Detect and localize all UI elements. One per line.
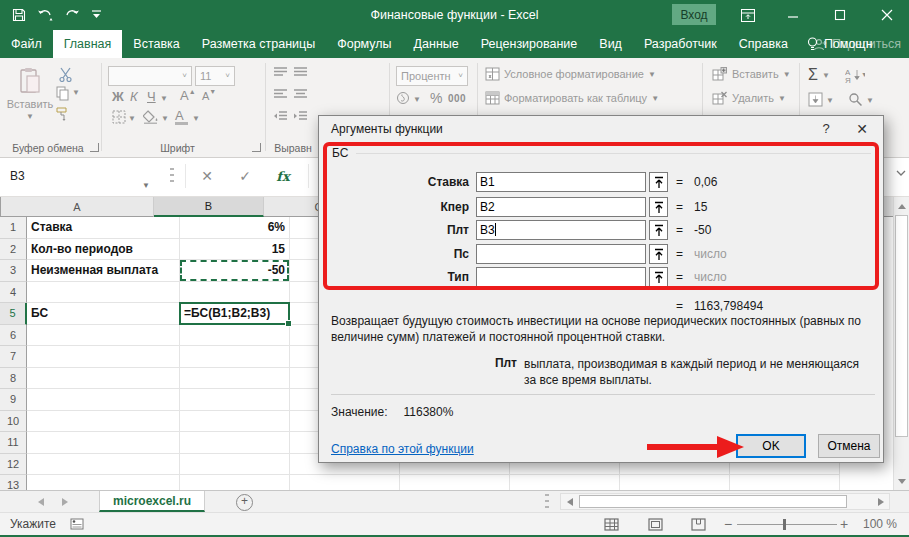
collapse-dialog-icon[interactable] [649, 197, 668, 217]
align-left-icon[interactable] [274, 89, 287, 99]
cell-A9[interactable] [27, 389, 180, 411]
paste-dropdown-arrow[interactable]: ▼ [6, 112, 54, 121]
new-sheet-button[interactable]: + [236, 494, 253, 511]
zoom-in-icon[interactable]: + [840, 513, 848, 535]
maximize-button[interactable] [823, 0, 857, 30]
ribbon-tab-0[interactable]: Главная [53, 30, 123, 58]
format-as-table-icon[interactable] [485, 91, 500, 105]
cell-A10[interactable] [27, 411, 180, 433]
ok-button[interactable]: OK [736, 434, 806, 458]
delete-cells-button[interactable]: Удалить▼ [732, 92, 786, 104]
cell-A6[interactable] [27, 325, 180, 347]
cell-A7[interactable] [27, 346, 180, 368]
paste-button[interactable]: Вставить ▼ [6, 65, 54, 137]
name-box-dropdown-arrow[interactable]: ▼ [142, 172, 150, 200]
conditional-formatting-button[interactable]: Условное форматирование▼ [504, 68, 656, 80]
arg-input-kper[interactable]: B2 [476, 197, 646, 217]
shrink-font-button[interactable]: А▼ [202, 88, 216, 102]
underline-dropdown-arrow[interactable]: ▼ [160, 94, 168, 103]
align-middle-icon[interactable] [294, 67, 307, 77]
grow-font-button[interactable]: А▲ [180, 88, 196, 103]
cancel-button[interactable]: Отмена [818, 434, 880, 458]
cell-A4[interactable] [27, 282, 180, 304]
col-header-A[interactable]: A [1, 197, 154, 217]
cell-B12[interactable] [180, 454, 290, 476]
formula-bar-grip[interactable] [170, 168, 174, 186]
font-name-combo[interactable]: ˅ [108, 66, 192, 86]
fill-color-dropdown-arrow[interactable]: ▼ [161, 114, 169, 123]
insert-cells-icon[interactable] [712, 67, 727, 81]
fill-down-icon[interactable] [808, 92, 823, 107]
row-header-8[interactable]: 8 [0, 368, 27, 390]
row-header-2[interactable]: 2 [0, 239, 27, 261]
cell-F13[interactable] [620, 475, 730, 490]
horizontal-scrollbar[interactable] [560, 493, 890, 510]
scroll-left-icon[interactable] [561, 494, 578, 509]
delete-cells-icon[interactable] [712, 91, 727, 105]
cell-A11[interactable] [27, 432, 180, 454]
arg-input-tip[interactable] [476, 267, 646, 287]
borders-dropdown-arrow[interactable]: ▼ [128, 114, 136, 123]
row-header-5[interactable]: 5 [0, 303, 27, 325]
cell-A12[interactable] [27, 454, 180, 476]
cell-C13[interactable] [290, 475, 400, 490]
clipboard-dialog-launcher[interactable] [90, 143, 99, 152]
cell-B9[interactable] [180, 389, 290, 411]
select-all-corner[interactable] [0, 197, 1, 217]
ribbon-tab-6[interactable]: Вид [588, 30, 633, 58]
row-header-7[interactable]: 7 [0, 346, 27, 368]
zoom-level[interactable]: 100 % [863, 513, 897, 535]
row-header-3[interactable]: 3 [0, 260, 27, 282]
zoom-out-icon[interactable]: − [724, 513, 732, 535]
fill-dropdown-arrow[interactable]: ▼ [826, 96, 834, 105]
cut-icon[interactable] [58, 67, 74, 82]
ribbon-tab-file[interactable]: Файл [0, 30, 53, 58]
copy-dropdown-arrow[interactable]: ▼ [72, 88, 80, 97]
tab-scroll-grip[interactable] [545, 494, 549, 509]
ribbon-tab-2[interactable]: Разметка страницы [191, 30, 326, 58]
font-color-dropdown-arrow[interactable]: ▼ [192, 114, 200, 123]
row-header-4[interactable]: 4 [0, 282, 27, 304]
next-sheet-icon[interactable] [62, 498, 68, 506]
sign-in-button[interactable]: Вход [672, 4, 716, 25]
cell-A5[interactable]: БС [27, 303, 180, 325]
page-layout-view-icon[interactable] [648, 518, 663, 531]
row-header-13[interactable]: 13 [0, 475, 27, 490]
borders-icon[interactable] [112, 110, 126, 124]
expand-formula-bar-icon[interactable] [896, 170, 906, 176]
vertical-scroll-thumb[interactable] [895, 215, 908, 437]
number-format-combo[interactable]: Процентн˅ [396, 66, 468, 86]
zoom-slider-thumb[interactable] [783, 519, 786, 530]
zoom-slider[interactable] [737, 524, 837, 525]
horizontal-scroll-thumb[interactable] [579, 495, 847, 508]
sheet-tab-active[interactable]: microexcel.ru [99, 491, 205, 512]
cell-B10[interactable] [180, 411, 290, 433]
confirm-entry-icon[interactable]: ✓ [228, 162, 262, 190]
conditional-formatting-icon[interactable] [485, 67, 500, 81]
row-header-1[interactable]: 1 [0, 217, 27, 239]
dialog-close-icon[interactable]: ✕ [849, 119, 875, 139]
comma-style-button[interactable]: 000 [448, 93, 466, 104]
font-color-icon[interactable]: А [175, 108, 188, 125]
page-break-view-icon[interactable] [691, 518, 706, 531]
align-center-icon[interactable] [294, 89, 307, 99]
format-as-table-button[interactable]: Форматировать как таблицу▼ [504, 92, 659, 104]
cell-B3[interactable]: -50 [180, 260, 290, 282]
fill-color-icon[interactable] [143, 110, 159, 124]
ribbon-tab-7[interactable]: Разработчик [633, 30, 728, 58]
minimize-button[interactable] [776, 0, 810, 30]
ribbon-tab-8[interactable]: Справка [728, 30, 799, 58]
row-header-12[interactable]: 12 [0, 454, 27, 476]
arg-input-ps[interactable] [476, 244, 646, 264]
ribbon-display-options-icon[interactable] [731, 0, 765, 30]
cell-A2[interactable]: Кол-во периодов [27, 239, 180, 261]
cell-B11[interactable] [180, 432, 290, 454]
cell-B8[interactable] [180, 368, 290, 390]
autosum-button[interactable]: Σ▼ [808, 66, 830, 84]
underline-button[interactable]: Ч [147, 89, 156, 104]
ribbon-tab-4[interactable]: Данные [403, 30, 470, 58]
close-button[interactable] [870, 0, 904, 30]
increase-indent-icon[interactable] [294, 111, 307, 121]
collapse-dialog-icon[interactable] [649, 172, 668, 192]
collapse-dialog-icon[interactable] [649, 244, 668, 264]
